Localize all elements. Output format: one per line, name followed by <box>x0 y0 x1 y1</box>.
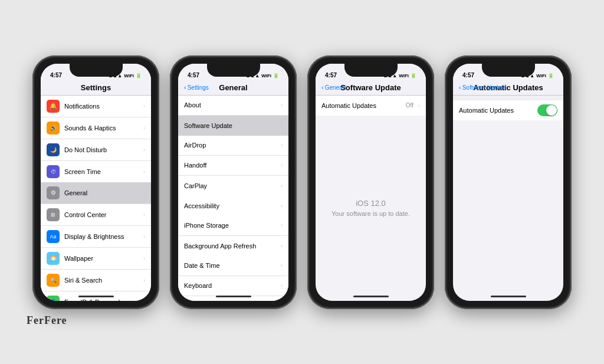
display-icon: Aa <box>47 230 60 243</box>
chevron-icon: › <box>143 147 145 153</box>
list-item[interactable]: 🔔 Notifications › <box>41 96 151 117</box>
watermark: FerFere <box>27 314 67 327</box>
back-button-2[interactable]: ‹ Settings <box>184 84 209 91</box>
wallpaper-icon: 🌅 <box>47 252 60 265</box>
nav-title-3: Software Update <box>340 83 401 92</box>
row-value: Off <box>406 102 413 109</box>
update-subtitle: Your software is up to date. <box>331 210 410 217</box>
row-label: iPhone Storage <box>184 222 278 229</box>
section-3-1: Automatic Updates Off › <box>316 96 426 116</box>
ios-version: iOS 12.0 <box>356 199 386 208</box>
list-item[interactable]: Accessibility › <box>178 196 288 216</box>
row-label: About <box>184 101 278 109</box>
content-3: Automatic Updates Off › iOS 12.0 Your so… <box>316 96 426 301</box>
back-button-3[interactable]: ‹ General <box>321 84 346 91</box>
screen-4: 4:57 ▲▲▲ WiFi 🔋 ‹ Software Update Automa… <box>453 64 563 301</box>
chevron-icon: › <box>281 183 283 189</box>
list-item[interactable]: Software Update › <box>178 116 288 136</box>
phone-1: 4:57 ▲▲▲ WiFi 🔋 Settings 🔔 Noti <box>32 55 159 309</box>
chevron-icon: › <box>143 190 145 196</box>
row-label: Do Not Disturb <box>64 146 141 153</box>
list-item[interactable]: Keyboard › <box>178 276 288 296</box>
chevron-icon: › <box>281 142 283 148</box>
content-1: 🔔 Notifications › 🔊 Sounds & Haptics › 🌙… <box>41 96 151 301</box>
list-item[interactable]: iPhone Storage › <box>178 216 288 236</box>
content-2: About › Software Update › AirDrop › <box>178 96 288 301</box>
list-item[interactable]: Automatic Updates Off › <box>316 96 426 116</box>
time-1: 4:57 <box>50 72 62 78</box>
back-chevron-icon: ‹ <box>321 84 324 91</box>
row-label: Date & Time <box>184 262 278 269</box>
row-label: CarPlay <box>184 182 278 189</box>
nav-title-1: Settings <box>81 83 111 92</box>
row-label: Accessibility <box>184 202 278 209</box>
list-item[interactable]: Handoff › <box>178 156 288 176</box>
nav-bar-1: Settings <box>41 80 151 96</box>
screen-3: 4:57 ▲▲▲ WiFi 🔋 ‹ General Software Updat… <box>316 64 426 301</box>
back-chevron-icon: ‹ <box>184 84 186 91</box>
nav-bar-3: ‹ General Software Update <box>316 80 426 96</box>
list-item[interactable]: 🌙 Do Not Disturb › <box>41 139 151 161</box>
home-indicator-1 <box>78 296 114 297</box>
notch-3 <box>344 64 398 77</box>
notifications-icon: 🔔 <box>47 100 60 113</box>
row-label: General <box>64 189 141 196</box>
chevron-icon: › <box>143 169 145 175</box>
row-label: AirDrop <box>184 142 278 149</box>
row-label: Notifications <box>64 103 141 110</box>
time-2: 4:57 <box>188 72 199 78</box>
faceid-icon: 👤 <box>47 296 60 301</box>
list-item[interactable]: AirDrop › <box>178 136 288 156</box>
list-item[interactable]: ⏱ Screen Time › <box>41 161 151 182</box>
chevron-icon: › <box>281 102 283 108</box>
notch-1 <box>70 64 123 77</box>
row-label: Software Update <box>184 122 278 129</box>
row-label: Display & Brightness <box>64 233 141 240</box>
phone-3: 4:57 ▲▲▲ WiFi 🔋 ‹ General Software Updat… <box>307 55 434 309</box>
list-item[interactable]: 🌅 Wallpaper › <box>41 248 151 270</box>
list-item[interactable]: 🔊 Sounds & Haptics › <box>41 117 151 139</box>
row-label: Screen Time <box>64 168 141 175</box>
row-label: Automatic Updates <box>321 102 406 109</box>
row-label: Sounds & Haptics <box>64 124 141 132</box>
siri-icon: 🔍 <box>47 274 60 287</box>
list-item[interactable]: 🔍 Siri & Search › <box>41 270 151 291</box>
list-item[interactable]: ⊞ Control Center › <box>41 204 151 226</box>
chevron-icon: › <box>281 123 283 129</box>
controlcenter-icon: ⊞ <box>47 208 60 221</box>
battery-icon: 🔋 <box>548 73 554 78</box>
phone-4: 4:57 ▲▲▲ WiFi 🔋 ‹ Software Update Automa… <box>445 55 572 309</box>
section-4-1: Automatic Updates <box>453 100 563 120</box>
back-button-4[interactable]: ‹ Software Update <box>459 84 506 91</box>
row-label: Face ID & Passcode <box>64 299 141 301</box>
list-item[interactable]: Background App Refresh › <box>178 236 288 256</box>
chevron-icon: › <box>281 203 283 209</box>
toggle-knob <box>546 105 557 116</box>
wifi-icon: WiFi <box>536 73 546 78</box>
list-item[interactable]: About › <box>178 96 288 116</box>
automatic-updates-toggle[interactable] <box>537 104 557 116</box>
section-2-2: AirDrop › Handoff › CarPlay › <box>178 136 288 196</box>
general-icon: ⚙ <box>47 186 60 199</box>
back-chevron-icon: ‹ <box>459 84 461 91</box>
list-item[interactable]: Date & Time › <box>178 256 288 276</box>
list-item[interactable]: Aa Display & Brightness › <box>41 226 151 248</box>
list-item[interactable]: ⚙ General › <box>41 182 151 204</box>
home-indicator-2 <box>216 296 251 297</box>
chevron-icon: › <box>281 162 283 168</box>
nav-title-2: General <box>219 83 247 92</box>
row-label: Wallpaper <box>64 255 141 262</box>
chevron-icon: › <box>418 103 420 109</box>
screen-2: 4:57 ▲▲▲ WiFi 🔋 ‹ Settings General <box>178 64 288 301</box>
list-item: Automatic Updates <box>453 100 563 120</box>
row-label: Siri & Search <box>64 277 141 284</box>
chevron-icon: › <box>281 263 283 268</box>
phone-2: 4:57 ▲▲▲ WiFi 🔋 ‹ Settings General <box>170 55 297 309</box>
wifi-icon: WiFi <box>399 73 409 78</box>
screen-1: 4:57 ▲▲▲ WiFi 🔋 Settings 🔔 Noti <box>41 64 151 301</box>
section-1-2: ⚙ General › ⊞ Control Center › Aa Displa… <box>41 182 151 301</box>
list-item[interactable]: CarPlay › <box>178 176 288 196</box>
row-label: Keyboard <box>184 282 278 289</box>
chevron-icon: › <box>143 277 145 283</box>
home-indicator-3 <box>353 296 389 297</box>
